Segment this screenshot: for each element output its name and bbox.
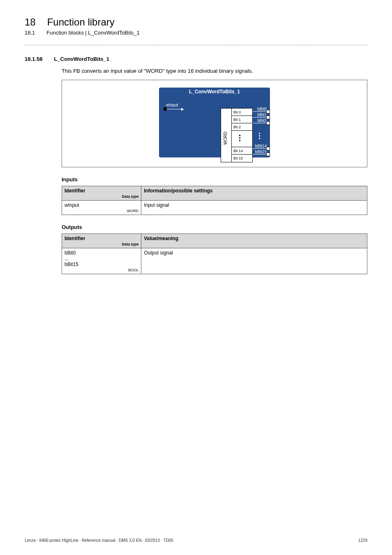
- bit-gap: [232, 131, 252, 147]
- subchapter-number: 18.1: [25, 30, 35, 36]
- page-footer: Lenze · 8400 protec HighLine · Reference…: [25, 538, 367, 543]
- section-number: 18.1.58: [25, 56, 42, 62]
- inputs-h1: Identifier Data type: [62, 186, 141, 201]
- table-row: wInput WORD Input signal: [62, 201, 367, 215]
- output-port-2: [266, 121, 270, 125]
- chapter-number: 18: [25, 16, 36, 28]
- inputs-h2: Information/possible settings: [141, 186, 367, 201]
- input-info: Input signal: [141, 201, 367, 215]
- fb-body: wInput WORD Bit 0 Bit 1 Bit 2: [159, 96, 270, 157]
- output-port-15: [266, 153, 270, 156]
- output-id-line2: ...: [65, 256, 69, 261]
- output-port-1: [266, 116, 270, 119]
- inputs-h1-label: Identifier: [65, 188, 85, 194]
- inputs-heading: Inputs: [62, 176, 367, 183]
- output-wire-1: [253, 117, 266, 118]
- separator: [25, 45, 367, 45]
- function-block-diagram: L_ConvWordToBits_1 wInput WORD Bit 0: [62, 80, 367, 167]
- inputs-table: Identifier Data type Information/possibl…: [62, 186, 367, 215]
- output-label-0: bBit0: [250, 107, 267, 111]
- output-label-2: bBit2: [250, 118, 267, 123]
- section-description: This FB converts an input value of "WORD…: [62, 68, 367, 74]
- outputs-h2: Value/meaning: [141, 234, 367, 248]
- section-title: L_ConvWordToBits_1: [54, 56, 109, 62]
- inner-converter-block: WORD Bit 0 Bit 1 Bit 2 Bit 14 Bit 15: [221, 108, 253, 162]
- inputs-h1-sub: Data type: [65, 194, 138, 199]
- bit-cell-0: Bit 0: [232, 109, 252, 116]
- output-label-1: bBit1: [250, 113, 267, 117]
- subchapter-title: Function blocks | L_ConvWordToBits_1: [46, 30, 139, 36]
- outputs-heading: Outputs: [62, 224, 367, 230]
- input-arrow-icon: [181, 108, 184, 111]
- fb-title: L_ConvWordToBits_1: [159, 88, 270, 96]
- outputs-h1-sub: Data type: [65, 242, 138, 246]
- output-id-line1: bBit0: [65, 250, 76, 256]
- bit-cell-1: Bit 1: [232, 116, 252, 123]
- outputs-table: Identifier Data type Value/meaning bBit0…: [62, 234, 367, 274]
- input-dtype: WORD: [65, 209, 138, 213]
- chapter-title: Function library: [47, 16, 115, 28]
- bit-cell-14: Bit 14: [232, 147, 252, 155]
- output-ellipsis-icon: [259, 133, 261, 140]
- ellipsis-dots-icon: [239, 135, 240, 142]
- output-port-14: [266, 147, 270, 150]
- outputs-h1: Identifier Data type: [62, 234, 141, 248]
- input-label: wInput: [166, 103, 178, 107]
- page-header: 18 Function library 18.1 Function blocks…: [25, 16, 367, 36]
- table-row: bBit0 ... bBit15 BOOL Output signal: [62, 248, 367, 274]
- input-id: wInput: [65, 202, 79, 208]
- input-port-box: [164, 107, 167, 111]
- footer-left: Lenze · 8400 protec HighLine · Reference…: [25, 538, 173, 543]
- output-port-0: [266, 110, 270, 113]
- bit-cell-15: Bit 15: [232, 155, 252, 162]
- output-wire-14: [253, 148, 266, 149]
- output-info: Output signal: [141, 248, 367, 274]
- output-label-14: bBit14: [250, 144, 267, 148]
- word-label: WORD: [223, 132, 228, 145]
- outputs-h1-label: Identifier: [65, 236, 85, 241]
- output-dtype: BOOL: [65, 268, 138, 272]
- output-id-line3: bBit15: [65, 261, 78, 267]
- output-wire-15: [253, 154, 266, 155]
- bit-cell-2: Bit 2: [232, 123, 252, 131]
- output-wire-0: [253, 111, 266, 112]
- output-label-15: bBit15: [250, 150, 267, 154]
- output-wire-2: [253, 123, 266, 123]
- footer-page-number: 1229: [358, 538, 367, 543]
